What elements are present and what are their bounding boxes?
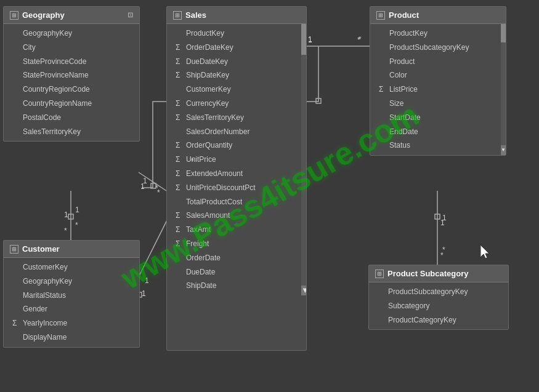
diagram-canvas: 1 * 1 * 1 * 1 * 1 * ⊞ Geography [0, 0, 539, 392]
table-icon-sales: ⊞ [173, 11, 182, 20]
field-unitprice: ΣUnitPrice [167, 153, 306, 167]
product-scrollbar-down[interactable]: ▼ [501, 145, 506, 155]
field-listprice: ΣListPrice [370, 82, 506, 97]
field-shipdatekey: ΣShipDateKey [167, 68, 306, 82]
product-subcategory-title: Product Subcategory [387, 269, 468, 278]
field-enddate: EndDate [370, 125, 506, 139]
product-table-body: ProductKey ProductSubcategoryKey Product… [370, 24, 506, 155]
rel-label-star-sales-product: * [357, 36, 360, 44]
field-size: Size [370, 97, 506, 111]
rel-label-1-geo-cust: 1 [64, 210, 68, 219]
field-color: Color [370, 68, 506, 82]
svg-text:*: * [75, 221, 78, 230]
field-city: City [4, 41, 139, 55]
field-countryregionname: CountryRegionName [4, 97, 139, 111]
sales-table-title: Sales [185, 10, 206, 20]
field-salesterritorykey-sales: ΣSalesTerritoryKey [167, 111, 306, 125]
geography-table: ⊞ Geography ⊡ GeographyKey City StatePro… [3, 6, 140, 142]
rel-label-star-geo-sales: * [157, 188, 160, 197]
svg-rect-17 [435, 214, 440, 219]
rel-label-star-cust-sales: * [191, 157, 194, 166]
sales-scrollbar-down[interactable]: ▼ [301, 286, 306, 295]
field-displayname: DisplayName [4, 330, 139, 345]
geography-table-body: GeographyKey City StateProvinceCode Stat… [4, 24, 139, 141]
table-icon: ⊞ [10, 11, 18, 20]
svg-rect-15 [151, 183, 156, 188]
sales-table-body: ProductKey ΣOrderDateKey ΣDueDateKey ΣSh… [167, 24, 306, 295]
table-icon-product: ⊞ [376, 11, 385, 20]
geography-table-action[interactable]: ⊡ [128, 11, 133, 19]
field-status: Status [370, 138, 506, 153]
sales-scrollbar[interactable]: ▼ [301, 24, 306, 295]
rel-label-1-cust-sales: 1 [142, 289, 146, 298]
field-gender: Gender [4, 302, 139, 316]
field-taxamt: ΣTaxAmt [167, 223, 306, 237]
field-subcategory: Subcategory [369, 299, 508, 313]
product-table: ⊞ Product ProductKey ProductSubcategoryK… [370, 6, 506, 156]
field-productsubcategorykey: ProductSubcategoryKey [369, 285, 508, 299]
field-orderdatekey: ΣOrderDateKey [167, 41, 306, 55]
svg-text:1: 1 [75, 206, 79, 214]
customer-table: ⊞ Customer CustomerKey GeographyKey Mari… [3, 240, 140, 348]
rel-label-1-geo-sales: 1 [140, 182, 145, 191]
sales-table-header: ⊞ Sales [167, 7, 306, 24]
table-icon-subcategory: ⊞ [375, 270, 384, 278]
field-startdate: StartDate [370, 111, 506, 125]
table-icon-customer: ⊞ [10, 245, 18, 254]
geography-table-header: ⊞ Geography ⊡ [4, 7, 139, 24]
customer-table-body: CustomerKey GeographyKey MaritalStatus G… [4, 258, 139, 347]
rel-label-1-sales-product: 1 [308, 36, 312, 44]
field-duedatekey: ΣDueDateKey [167, 55, 306, 69]
field-salesterritorykey-geo: SalesTerritoryKey [4, 125, 139, 139]
product-subcategory-body: ProductSubcategoryKey Subcategory Produc… [369, 282, 508, 329]
field-countryregioncode: CountryRegionCode [4, 82, 139, 97]
sales-scrollbar-thumb[interactable] [301, 24, 306, 55]
rel-label-1-prod-subcat: 1 [440, 218, 445, 227]
field-orderdate: OrderDate [167, 251, 306, 265]
field-maritalstatus: MaritalStatus [4, 289, 139, 303]
field-productkey-sales: ProductKey [167, 26, 306, 41]
field-totalproductcost: TotalProductCost [167, 195, 306, 209]
field-orderquantity: ΣOrderQuantity [167, 138, 306, 153]
svg-text:1: 1 [145, 276, 149, 285]
product-scrollbar-thumb[interactable] [501, 24, 506, 42]
product-scrollbar[interactable]: ▼ [501, 24, 506, 155]
mouse-cursor [480, 245, 493, 262]
field-productsubcategorykey-product: ProductSubcategoryKey [370, 41, 506, 55]
svg-marker-20 [480, 245, 489, 258]
svg-rect-18 [68, 214, 73, 219]
rel-label-star-prod-subcat: * [440, 251, 444, 260]
field-salesamount: ΣSalesAmount [167, 209, 306, 223]
sales-table: ⊞ Sales ProductKey ΣOrderDateKey ΣDueDat… [166, 6, 307, 351]
field-freight: ΣFreight [167, 237, 306, 251]
field-customerkey: CustomerKey [167, 82, 306, 97]
geography-table-title: Geography [22, 10, 65, 20]
field-unitpricediscountpct: ΣUnitPriceDiscountPct [167, 181, 306, 195]
field-yearlyincome: ΣYearlyIncome [4, 316, 139, 330]
customer-table-header: ⊞ Customer [4, 241, 139, 258]
field-currencykey: ΣCurrencyKey [167, 97, 306, 111]
field-shipdate: ShipDate [167, 279, 306, 293]
product-subcategory-table: ⊞ Product Subcategory ProductSubcategory… [368, 265, 509, 330]
field-duedate: DueDate [167, 265, 306, 279]
product-subcategory-header: ⊞ Product Subcategory [369, 265, 508, 282]
svg-rect-16 [316, 98, 321, 103]
product-table-title: Product [389, 10, 419, 20]
field-salesordernumber: SalesOrderNumber [167, 125, 306, 139]
customer-table-title: Customer [22, 244, 60, 254]
product-table-header: ⊞ Product [370, 7, 506, 24]
field-productcategorykey: ProductCategoryKey [369, 313, 508, 327]
field-stateprovincename: StateProvinceName [4, 68, 139, 82]
field-geographykey: GeographyKey [4, 26, 139, 41]
field-stateprovincecode: StateProvinceCode [4, 55, 139, 69]
field-customerkey: CustomerKey [4, 260, 139, 274]
field-geographykey-customer: GeographyKey [4, 274, 139, 289]
field-postalcode: PostalCode [4, 111, 139, 125]
rel-label-star-geo-cust: * [64, 226, 67, 235]
field-product-name: Product [370, 55, 506, 69]
field-extendedamount: ΣExtendedAmount [167, 167, 306, 181]
field-productkey-product: ProductKey [370, 26, 506, 41]
